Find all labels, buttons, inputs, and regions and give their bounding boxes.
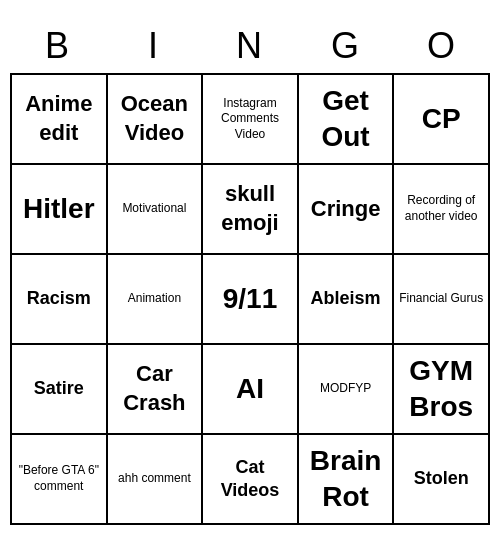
bingo-cell-r3-c0: Satire (12, 345, 108, 435)
bingo-grid: Anime editOcean VideoInstagram Comments … (10, 73, 490, 525)
bingo-cell-r3-c3: MODFYP (299, 345, 395, 435)
bingo-cell-r4-c0: "Before GTA 6" comment (12, 435, 108, 525)
bingo-cell-r0-c4: CP (394, 75, 490, 165)
bingo-cell-r2-c2: 9/11 (203, 255, 299, 345)
title-letter: O (394, 19, 490, 73)
bingo-cell-r0-c0: Anime edit (12, 75, 108, 165)
bingo-cell-r2-c3: Ableism (299, 255, 395, 345)
bingo-cell-r2-c0: Racism (12, 255, 108, 345)
bingo-cell-r4-c2: Cat Videos (203, 435, 299, 525)
bingo-cell-r1-c3: Cringe (299, 165, 395, 255)
bingo-cell-r1-c4: Recording of another video (394, 165, 490, 255)
bingo-cell-r2-c1: Animation (108, 255, 204, 345)
bingo-cell-r1-c2: skull emoji (203, 165, 299, 255)
bingo-title: BINGO (10, 19, 490, 73)
bingo-cell-r3-c1: Car Crash (108, 345, 204, 435)
bingo-cell-r1-c0: Hitler (12, 165, 108, 255)
bingo-cell-r3-c2: AI (203, 345, 299, 435)
bingo-cell-r3-c4: GYM Bros (394, 345, 490, 435)
bingo-cell-r2-c4: Financial Gurus (394, 255, 490, 345)
bingo-cell-r0-c2: Instagram Comments Video (203, 75, 299, 165)
bingo-cell-r1-c1: Motivational (108, 165, 204, 255)
title-letter: B (10, 19, 106, 73)
title-letter: N (202, 19, 298, 73)
bingo-cell-r4-c1: ahh comment (108, 435, 204, 525)
bingo-cell-r4-c4: Stolen (394, 435, 490, 525)
title-letter: G (298, 19, 394, 73)
bingo-card: BINGO Anime editOcean VideoInstagram Com… (10, 19, 490, 525)
bingo-cell-r0-c3: Get Out (299, 75, 395, 165)
title-letter: I (106, 19, 202, 73)
bingo-cell-r0-c1: Ocean Video (108, 75, 204, 165)
bingo-cell-r4-c3: Brain Rot (299, 435, 395, 525)
